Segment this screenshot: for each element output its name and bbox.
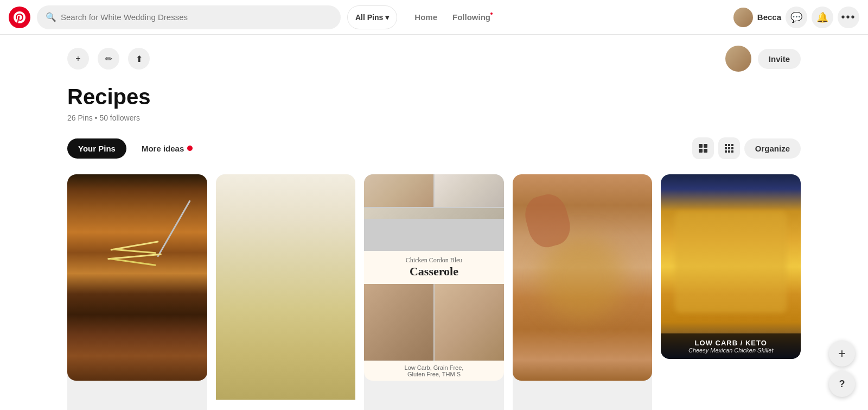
main-header: 🔍 All Pins ▾ Home Following Becca 💬 🔔 ••… [0,0,868,35]
share-icon: ⬆ [136,54,143,64]
followers-count: 50 followers [99,113,140,122]
board-meta: 26 Pins • 50 followers [67,113,801,122]
header-right-section: Becca 💬 🔔 ••• [733,7,859,28]
more-options-button[interactable]: ••• [838,7,859,28]
pin-grid: FAT HEAD PIZZA CRUST Chicken Cordon Bleu… [67,174,801,410]
svg-rect-5 [728,144,730,146]
main-nav: Home Following [408,8,497,26]
svg-rect-1 [704,144,707,148]
svg-rect-11 [728,150,730,153]
your-pins-tab[interactable]: Your Pins [67,138,126,159]
pinterest-logo[interactable] [9,7,30,28]
grid-small-icon [724,143,734,153]
search-input[interactable] [61,12,332,22]
board-actions-row: + ✏ ⬆ Invite [67,46,801,72]
bell-icon: 🔔 [816,11,828,23]
grid-view-small-button[interactable] [718,137,740,159]
more-ideas-tab[interactable]: More ideas [131,138,203,159]
all-pins-button[interactable]: All Pins ▾ [347,5,397,29]
following-notification-dot [489,11,494,16]
pin-card-spaghetti-squash[interactable] [67,174,207,410]
pin-card-chicken-cordon-bleu[interactable]: Chicken Cordon Bleu Casserole Low Carb, … [364,174,504,410]
svg-rect-12 [731,150,733,153]
share-board-button[interactable]: ⬆ [128,48,150,70]
svg-rect-8 [728,147,730,149]
plus-icon: + [838,346,846,361]
collaborator-avatar[interactable] [725,46,751,72]
pin-card-cheesy-bake[interactable] [513,174,653,410]
add-pin-button[interactable]: + [67,48,89,70]
svg-rect-9 [731,147,733,149]
search-bar[interactable]: 🔍 [37,5,341,29]
board-invite-section: Invite [725,46,801,72]
home-nav-link[interactable]: Home [408,8,444,26]
svg-rect-10 [725,150,727,153]
board-title: Recipes [67,85,801,109]
edit-board-button[interactable]: ✏ [98,48,119,70]
pin-card-fat-head-pizza[interactable]: FAT HEAD PIZZA CRUST [216,174,356,410]
svg-rect-0 [699,144,703,148]
svg-rect-3 [704,149,707,153]
grid-view-large-button[interactable] [692,137,714,159]
main-content: + ✏ ⬆ Invite Recipes 26 Pins • 50 follow… [54,35,814,410]
messages-icon: 💬 [790,11,802,23]
following-nav-link[interactable]: Following [446,8,497,26]
floating-add-button[interactable]: + [829,340,855,367]
grid-large-icon [698,143,708,153]
svg-rect-6 [731,144,733,146]
pins-count: 26 Pins [67,113,93,122]
pin-card-keto-chicken[interactable]: LOW CARB / KETO Cheesy Mexican Chicken S… [661,174,801,359]
more-icon: ••• [841,11,856,23]
messages-button[interactable]: 💬 [786,7,807,28]
plus-icon: + [75,54,80,64]
svg-rect-2 [699,149,703,153]
chevron-down-icon: ▾ [385,13,389,22]
svg-rect-7 [725,147,727,149]
question-mark-icon: ? [839,379,845,390]
organize-button[interactable]: Organize [744,138,801,159]
tab-right-controls: Organize [692,137,801,159]
svg-rect-4 [725,144,727,146]
floating-help-button[interactable]: ? [829,371,855,397]
invite-button[interactable]: Invite [758,49,801,69]
user-avatar[interactable] [733,8,753,27]
search-icon: 🔍 [46,12,56,22]
tabs-row: Your Pins More ideas [67,137,801,159]
username-label[interactable]: Becca [757,12,781,22]
pencil-icon: ✏ [105,54,112,64]
notifications-button[interactable]: 🔔 [812,7,833,28]
more-ideas-notification-dot [187,146,193,151]
